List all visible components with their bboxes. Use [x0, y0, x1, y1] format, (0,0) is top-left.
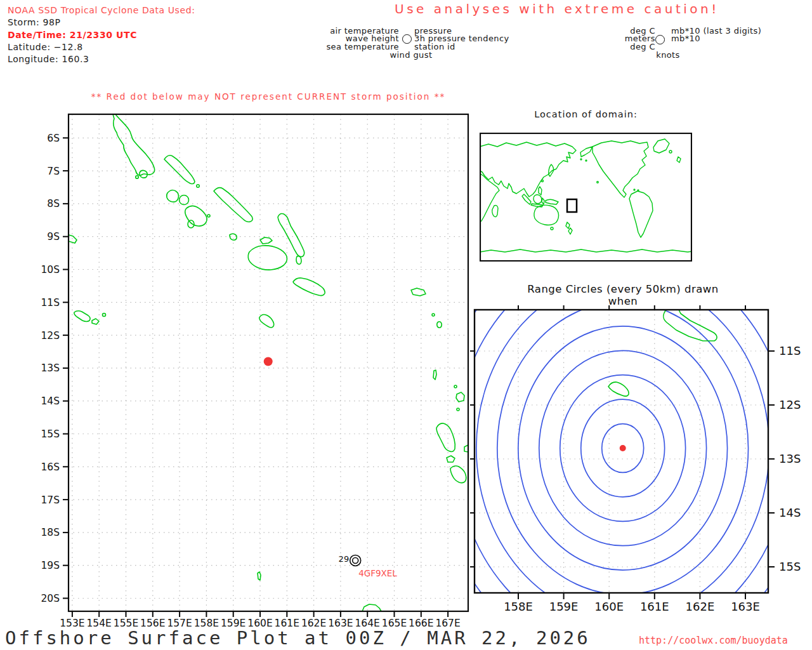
- legend-station-id: station id: [414, 42, 455, 51]
- greenland: [653, 139, 669, 153]
- range-lon-tick-label: 162E: [686, 600, 715, 613]
- storm-position-dot: [620, 445, 626, 451]
- borneo: [534, 195, 542, 204]
- north-america: [593, 141, 648, 197]
- location-of-domain-map: [480, 133, 692, 262]
- station-pressure-tendency: 29: [339, 554, 350, 564]
- inset-title: Location of domain:: [480, 109, 692, 119]
- range-lat-tick-label: 12S: [779, 398, 801, 411]
- lat-tick-label: 9S: [47, 231, 60, 242]
- new-zealand-north: [566, 222, 570, 229]
- storm-position-warning: ** Red dot below may NOT represent CURRE…: [69, 91, 468, 102]
- new-guinea: [546, 199, 558, 204]
- range-lat-tick-label: 14S: [779, 506, 801, 519]
- aleutians: [580, 159, 582, 160]
- madagascar: [492, 206, 498, 217]
- lat-tick-label: 19S: [41, 560, 60, 571]
- lat-tick-label: 15S: [41, 428, 60, 440]
- range-lat-tick-label: 15S: [779, 560, 801, 573]
- legend-wind-gust: wind gust: [373, 50, 449, 60]
- range-lon-tick-label: 160E: [594, 600, 624, 613]
- caution-headline: Use analyses with extreme caution!: [395, 1, 719, 17]
- source-url[interactable]: http://coolwx.com/buoydata: [639, 635, 788, 646]
- storm-latitude-line: Latitude: −12.8: [8, 41, 195, 53]
- lat-tick-label: 17S: [41, 494, 60, 506]
- lat-tick-label: 7S: [47, 166, 60, 177]
- lat-tick-label: 18S: [41, 527, 60, 538]
- tasmania: [551, 227, 553, 230]
- range-lon-tick-label: 158E: [504, 600, 533, 613]
- aleutians: [586, 160, 587, 161]
- storm-datetime-line: Date/Time: 21/2330 UTC: [8, 29, 195, 41]
- station-id-label: 4GF9XEL: [358, 568, 397, 578]
- south-america: [629, 191, 653, 237]
- range-lat-tick-label: 11S: [779, 344, 801, 357]
- legend-unit-knots: knots: [630, 50, 706, 60]
- lat-tick-label: 20S: [41, 593, 60, 604]
- station-circle-icon: [402, 34, 412, 44]
- alaska: [580, 147, 593, 157]
- world-coastlines: [480, 139, 692, 252]
- caribbean: [634, 189, 635, 190]
- lat-tick-label: 13S: [41, 362, 60, 374]
- range-lon-tick-label: 161E: [640, 600, 669, 613]
- range-lon-tick-label: 163E: [731, 600, 760, 613]
- storm-position-dot: [264, 357, 273, 366]
- storm-info-block: NOAA SSD Tropical Cyclone Data Used: Sto…: [8, 4, 195, 65]
- lat-tick-label: 6S: [47, 133, 60, 144]
- sumatra: [522, 194, 531, 204]
- plot-main-title: Offshore Surface Plot at 00Z / MAR 22, 2…: [5, 627, 591, 649]
- range-lon-tick-label: 159E: [549, 600, 579, 613]
- station-circle-icon: [655, 35, 665, 44]
- legend-unit-mb10: mb*10: [671, 34, 700, 43]
- british-isles: [677, 157, 681, 162]
- domain-box-marker: [567, 199, 577, 212]
- taiwan: [542, 180, 544, 182]
- lat-tick-label: 10S: [41, 264, 60, 275]
- storm-longitude-line: Longitude: 160.3: [8, 53, 195, 65]
- range-circles-plot: 158E159E160E161E162E163E11S12S13S14S15S: [468, 303, 812, 625]
- philippines: [539, 187, 542, 195]
- iceland: [669, 150, 672, 153]
- antarctica: [480, 249, 692, 252]
- sulawesi: [542, 198, 544, 204]
- lat-tick-label: 8S: [47, 198, 60, 209]
- lat-tick-label: 12S: [41, 330, 60, 342]
- range-storm-marker: [620, 445, 626, 451]
- new-zealand-south: [568, 228, 572, 234]
- australia: [534, 205, 559, 225]
- hawaii: [597, 182, 599, 183]
- lat-tick-label: 14S: [41, 395, 60, 407]
- data-source-line: NOAA SSD Tropical Cyclone Data Used:: [8, 4, 195, 17]
- main-surface-map: 294GF9XEL 153E154E155E156E157E158E159E16…: [25, 102, 476, 647]
- storm-id-line: Storm: 98P: [8, 17, 195, 29]
- lat-tick-label: 16S: [41, 461, 60, 473]
- lat-tick-label: 11S: [41, 297, 60, 308]
- eurasia: [480, 142, 576, 197]
- africa-east: [480, 173, 499, 222]
- range-lat-tick-label: 13S: [779, 452, 801, 465]
- offshore-surface-plot-page: { "header": { "source": "NOAA SSD Tropic…: [0, 0, 812, 650]
